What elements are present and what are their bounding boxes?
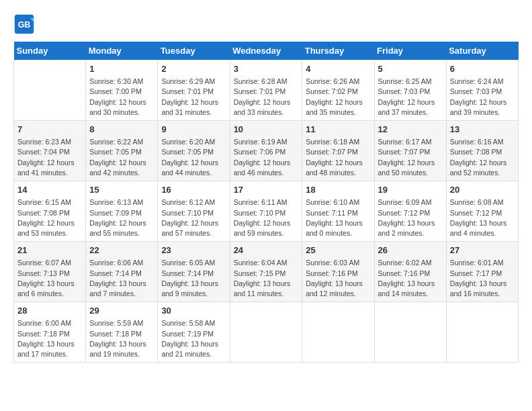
day-number: 5 xyxy=(378,63,443,75)
column-header-thursday: Thursday xyxy=(302,42,374,60)
logo: GB xyxy=(13,13,38,35)
column-header-wednesday: Wednesday xyxy=(230,42,302,60)
calendar-cell: 13Sunrise: 6:16 AM Sunset: 7:08 PM Dayli… xyxy=(446,121,518,181)
calendar-cell: 15Sunrise: 6:13 AM Sunset: 7:09 PM Dayli… xyxy=(86,181,158,242)
calendar-cell: 1Sunrise: 6:30 AM Sunset: 7:00 PM Daylig… xyxy=(86,60,158,121)
column-header-monday: Monday xyxy=(86,42,158,60)
day-info: Sunrise: 6:20 AM Sunset: 7:05 PM Dayligh… xyxy=(161,137,226,178)
day-info: Sunrise: 6:12 AM Sunset: 7:10 PM Dayligh… xyxy=(161,197,226,238)
day-number: 2 xyxy=(161,63,226,75)
day-number: 25 xyxy=(306,244,370,257)
day-info: Sunrise: 6:17 AM Sunset: 7:07 PM Dayligh… xyxy=(378,137,443,178)
day-number: 23 xyxy=(161,244,226,257)
day-info: Sunrise: 5:58 AM Sunset: 7:19 PM Dayligh… xyxy=(161,318,226,359)
day-number: 11 xyxy=(306,124,370,136)
calendar-cell: 3Sunrise: 6:28 AM Sunset: 7:01 PM Daylig… xyxy=(230,60,302,121)
calendar-cell: 7Sunrise: 6:23 AM Sunset: 7:04 PM Daylig… xyxy=(14,121,86,181)
calendar-cell: 9Sunrise: 6:20 AM Sunset: 7:05 PM Daylig… xyxy=(158,121,230,181)
calendar-cell: 8Sunrise: 6:22 AM Sunset: 7:05 PM Daylig… xyxy=(86,121,158,181)
calendar-cell: 16Sunrise: 6:12 AM Sunset: 7:10 PM Dayli… xyxy=(158,181,230,242)
day-number: 1 xyxy=(89,63,154,75)
column-header-friday: Friday xyxy=(374,42,446,60)
logo-icon: GB xyxy=(13,13,35,35)
day-info: Sunrise: 6:02 AM Sunset: 7:16 PM Dayligh… xyxy=(378,258,443,299)
day-number: 14 xyxy=(17,184,82,196)
calendar-cell: 30Sunrise: 5:58 AM Sunset: 7:19 PM Dayli… xyxy=(158,302,230,363)
day-info: Sunrise: 6:29 AM Sunset: 7:01 PM Dayligh… xyxy=(161,77,226,118)
day-number: 21 xyxy=(17,244,82,257)
calendar-cell xyxy=(302,302,374,363)
calendar-cell: 10Sunrise: 6:19 AM Sunset: 7:06 PM Dayli… xyxy=(230,121,302,181)
calendar-cell xyxy=(374,302,446,363)
calendar-cell: 28Sunrise: 6:00 AM Sunset: 7:18 PM Dayli… xyxy=(14,302,86,363)
calendar-cell: 17Sunrise: 6:11 AM Sunset: 7:10 PM Dayli… xyxy=(230,181,302,242)
day-info: Sunrise: 6:24 AM Sunset: 7:03 PM Dayligh… xyxy=(450,77,515,118)
calendar-cell: 18Sunrise: 6:10 AM Sunset: 7:11 PM Dayli… xyxy=(302,181,374,242)
calendar-header-row: SundayMondayTuesdayWednesdayThursdayFrid… xyxy=(14,42,519,60)
calendar-cell: 25Sunrise: 6:03 AM Sunset: 7:16 PM Dayli… xyxy=(302,242,374,302)
day-info: Sunrise: 5:59 AM Sunset: 7:18 PM Dayligh… xyxy=(89,318,154,359)
day-number: 6 xyxy=(450,63,515,75)
day-info: Sunrise: 6:15 AM Sunset: 7:08 PM Dayligh… xyxy=(17,197,82,238)
day-number: 15 xyxy=(89,184,154,196)
calendar-cell: 24Sunrise: 6:04 AM Sunset: 7:15 PM Dayli… xyxy=(230,242,302,302)
day-info: Sunrise: 6:16 AM Sunset: 7:08 PM Dayligh… xyxy=(450,137,515,178)
day-info: Sunrise: 6:11 AM Sunset: 7:10 PM Dayligh… xyxy=(234,197,299,238)
day-number: 28 xyxy=(17,305,82,317)
calendar-week-1: 1Sunrise: 6:30 AM Sunset: 7:00 PM Daylig… xyxy=(14,60,519,121)
day-number: 13 xyxy=(450,124,515,136)
day-number: 18 xyxy=(306,184,370,196)
day-info: Sunrise: 6:05 AM Sunset: 7:14 PM Dayligh… xyxy=(161,258,226,299)
day-number: 30 xyxy=(161,305,226,317)
calendar-cell: 5Sunrise: 6:25 AM Sunset: 7:03 PM Daylig… xyxy=(374,60,446,121)
day-number: 29 xyxy=(89,305,154,317)
day-number: 9 xyxy=(161,124,226,136)
calendar-cell: 6Sunrise: 6:24 AM Sunset: 7:03 PM Daylig… xyxy=(446,60,518,121)
calendar-week-5: 28Sunrise: 6:00 AM Sunset: 7:18 PM Dayli… xyxy=(14,302,519,363)
calendar-cell: 29Sunrise: 5:59 AM Sunset: 7:18 PM Dayli… xyxy=(86,302,158,363)
calendar-cell: 20Sunrise: 6:08 AM Sunset: 7:12 PM Dayli… xyxy=(446,181,518,242)
day-number: 24 xyxy=(234,244,299,257)
day-number: 10 xyxy=(234,124,299,136)
day-info: Sunrise: 6:13 AM Sunset: 7:09 PM Dayligh… xyxy=(89,197,154,238)
day-info: Sunrise: 6:08 AM Sunset: 7:12 PM Dayligh… xyxy=(450,197,515,238)
day-info: Sunrise: 6:09 AM Sunset: 7:12 PM Dayligh… xyxy=(378,197,443,238)
day-info: Sunrise: 6:07 AM Sunset: 7:13 PM Dayligh… xyxy=(17,258,82,299)
column-header-saturday: Saturday xyxy=(446,42,518,60)
day-number: 12 xyxy=(378,124,443,136)
calendar-cell: 21Sunrise: 6:07 AM Sunset: 7:13 PM Dayli… xyxy=(14,242,86,302)
calendar-cell: 2Sunrise: 6:29 AM Sunset: 7:01 PM Daylig… xyxy=(158,60,230,121)
calendar-cell: 23Sunrise: 6:05 AM Sunset: 7:14 PM Dayli… xyxy=(158,242,230,302)
calendar-cell: 12Sunrise: 6:17 AM Sunset: 7:07 PM Dayli… xyxy=(374,121,446,181)
day-info: Sunrise: 6:28 AM Sunset: 7:01 PM Dayligh… xyxy=(234,77,299,118)
day-info: Sunrise: 6:18 AM Sunset: 7:07 PM Dayligh… xyxy=(306,137,370,178)
calendar-cell: 11Sunrise: 6:18 AM Sunset: 7:07 PM Dayli… xyxy=(302,121,374,181)
calendar-week-3: 14Sunrise: 6:15 AM Sunset: 7:08 PM Dayli… xyxy=(14,181,519,242)
day-number: 8 xyxy=(89,124,154,136)
day-number: 3 xyxy=(234,63,299,75)
calendar-cell: 14Sunrise: 6:15 AM Sunset: 7:08 PM Dayli… xyxy=(14,181,86,242)
day-number: 7 xyxy=(17,124,82,136)
calendar-cell xyxy=(446,302,518,363)
day-info: Sunrise: 6:26 AM Sunset: 7:02 PM Dayligh… xyxy=(306,77,370,118)
day-info: Sunrise: 6:03 AM Sunset: 7:16 PM Dayligh… xyxy=(306,258,370,299)
day-info: Sunrise: 6:01 AM Sunset: 7:17 PM Dayligh… xyxy=(450,258,515,299)
day-number: 4 xyxy=(306,63,370,75)
calendar-week-2: 7Sunrise: 6:23 AM Sunset: 7:04 PM Daylig… xyxy=(14,121,519,181)
day-info: Sunrise: 6:22 AM Sunset: 7:05 PM Dayligh… xyxy=(89,137,154,178)
day-info: Sunrise: 6:25 AM Sunset: 7:03 PM Dayligh… xyxy=(378,77,443,118)
day-number: 16 xyxy=(161,184,226,196)
day-info: Sunrise: 6:30 AM Sunset: 7:00 PM Dayligh… xyxy=(89,77,154,118)
day-number: 26 xyxy=(378,244,443,257)
day-number: 22 xyxy=(89,244,154,257)
calendar-cell: 26Sunrise: 6:02 AM Sunset: 7:16 PM Dayli… xyxy=(374,242,446,302)
column-header-tuesday: Tuesday xyxy=(158,42,230,60)
calendar-cell xyxy=(14,60,86,121)
calendar-cell xyxy=(230,302,302,363)
day-info: Sunrise: 6:06 AM Sunset: 7:14 PM Dayligh… xyxy=(89,258,154,299)
calendar-week-4: 21Sunrise: 6:07 AM Sunset: 7:13 PM Dayli… xyxy=(14,242,519,302)
day-number: 20 xyxy=(450,184,515,196)
svg-text:GB: GB xyxy=(18,20,31,30)
day-info: Sunrise: 6:23 AM Sunset: 7:04 PM Dayligh… xyxy=(17,137,82,178)
day-number: 19 xyxy=(378,184,443,196)
